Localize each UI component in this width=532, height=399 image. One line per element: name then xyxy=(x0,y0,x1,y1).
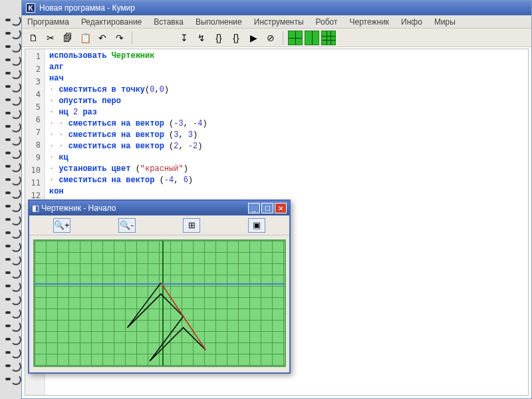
braces1-icon[interactable]: {} xyxy=(211,31,226,45)
menu-инструменты[interactable]: Инструменты xyxy=(251,16,307,28)
run-step-icon[interactable]: ↯ xyxy=(194,31,209,45)
close-button[interactable]: ✕ xyxy=(275,203,287,213)
zoom-out-icon[interactable]: 🔍- xyxy=(118,218,136,233)
child-toolbar: 🔍+🔍-⊞▣ xyxy=(29,215,289,235)
menu-вставка[interactable]: Вставка xyxy=(151,16,186,28)
child-title-bar[interactable]: ◧ Чертежник - Начало _ ☐ ✕ xyxy=(29,201,289,215)
grid-toggle-icon[interactable]: ⊞ xyxy=(183,218,200,233)
paste-icon[interactable]: 📋 xyxy=(78,31,92,45)
redo-icon[interactable]: ↷ xyxy=(112,31,127,45)
layout-icon[interactable] xyxy=(305,31,319,45)
toolbar: 🗋✂🗐📋↶↷↧↯{}{}▶⊘ xyxy=(22,29,531,47)
menu-выполнение[interactable]: Выполнение xyxy=(193,16,245,28)
undo-icon[interactable]: ↶ xyxy=(95,31,110,45)
menu-bar: ПрограммаРедактированиеВставкаВыполнение… xyxy=(22,15,531,29)
run-icon[interactable]: ▶ xyxy=(246,31,261,45)
fit-icon[interactable]: ▣ xyxy=(248,218,265,233)
zoom-in-icon[interactable]: 🔍+ xyxy=(53,218,70,233)
menu-инфо[interactable]: Инфо xyxy=(398,16,425,28)
menu-программа[interactable]: Программа xyxy=(25,16,72,28)
globe-icon[interactable]: ⊘ xyxy=(263,31,278,45)
child-window-title: Чертежник - Начало xyxy=(41,203,116,213)
maximize-button[interactable]: ☐ xyxy=(261,203,273,213)
notebook-spiral xyxy=(0,0,21,399)
drawing-svg xyxy=(35,241,285,367)
layout-icon[interactable] xyxy=(321,31,336,45)
cut-icon[interactable]: ✂ xyxy=(43,31,58,45)
drafter-window[interactable]: ◧ Чертежник - Начало _ ☐ ✕ 🔍+🔍-⊞▣ xyxy=(28,200,291,374)
braces2-icon[interactable]: {} xyxy=(229,31,243,45)
copy-icon[interactable]: 🗐 xyxy=(61,31,75,45)
child-app-icon: ◧ xyxy=(32,203,39,213)
title-bar[interactable]: K Новая программа - Кумир xyxy=(22,1,531,15)
menu-миры[interactable]: Миры xyxy=(432,16,458,28)
new-file-icon[interactable]: 🗋 xyxy=(26,31,41,45)
window-title: Новая программа - Кумир xyxy=(39,3,135,13)
menu-робот[interactable]: Робот xyxy=(313,16,340,28)
drawing-canvas[interactable] xyxy=(33,239,286,367)
menu-редактирование[interactable]: Редактирование xyxy=(78,16,144,28)
insert-icon[interactable]: ↧ xyxy=(177,31,192,45)
menu-чертежник[interactable]: Чертежник xyxy=(347,16,392,28)
app-icon: K xyxy=(26,3,35,13)
layout-icon[interactable] xyxy=(288,31,303,45)
minimize-button[interactable]: _ xyxy=(248,203,260,213)
